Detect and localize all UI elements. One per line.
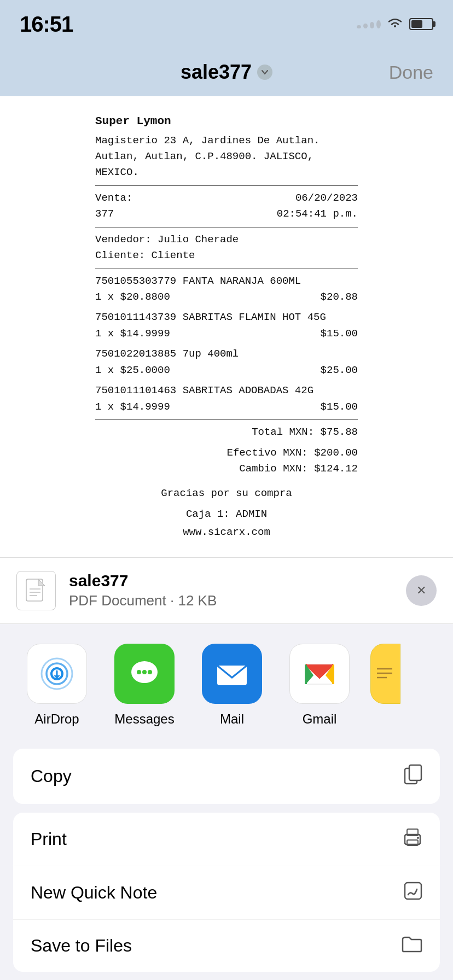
share-app-gmail[interactable]: Gmail [276, 644, 363, 727]
edit-actions[interactable]: Edit Actions... [0, 972, 453, 980]
quick-note-icon [404, 882, 422, 904]
file-thumbnail [16, 571, 56, 610]
item-4-qty: 1 x $14.9999 [95, 399, 170, 415]
signal-icon [357, 20, 381, 28]
title-chevron-icon[interactable] [257, 65, 272, 80]
svg-point-11 [142, 670, 147, 674]
airdrop-label: AirDrop [34, 711, 79, 727]
copy-group: Copy [13, 749, 440, 804]
print-icon [403, 828, 422, 850]
status-time: 16:51 [20, 12, 73, 37]
print-label: Print [31, 829, 67, 849]
gmail-label: Gmail [303, 711, 337, 727]
item-4-price-row: 1 x $14.9999 $15.00 [95, 399, 358, 415]
done-button[interactable]: Done [389, 62, 433, 83]
item-1-qty: 1 x $20.8800 [95, 289, 170, 305]
actions-group: Print New Quick Note [13, 813, 440, 972]
action-list: Copy Print [0, 740, 453, 972]
caja-text: Caja 1: ADMIN [95, 506, 358, 522]
airdrop-icon [27, 644, 87, 704]
item-3-price-row: 1 x $25.0000 $25.00 [95, 363, 358, 378]
file-meta: PDF Document · 12 KB [69, 592, 393, 609]
share-sheet: sale377 PDF Document · 12 KB ✕ AirDrop [0, 558, 453, 980]
cliente: Cliente: Cliente [95, 248, 358, 264]
share-app-airdrop[interactable]: AirDrop [13, 644, 101, 727]
notes-icon [370, 644, 400, 704]
venta-time: 02:54:41 p.m. [277, 206, 358, 222]
item-2-price-row: 1 x $14.9999 $15.00 [95, 326, 358, 342]
svg-point-27 [417, 837, 419, 839]
item-2-price: $15.00 [321, 326, 358, 342]
mail-icon [202, 644, 262, 704]
item-1-price-row: 1 x $20.8800 $20.88 [95, 289, 358, 305]
messages-icon [114, 644, 175, 704]
item-4-barcode: 7501011101463 SABRITAS ADOBADAS 42G [95, 383, 358, 399]
svg-point-12 [148, 670, 152, 674]
quick-note-label: New Quick Note [31, 883, 157, 903]
mail-label: Mail [220, 711, 244, 727]
copy-label: Copy [31, 766, 72, 786]
battery-icon [409, 18, 433, 30]
copy-icon [404, 764, 422, 789]
receipt-content: Super Lymon Magisterio 23 A, Jardines De… [95, 113, 358, 541]
item-2-qty: 1 x $14.9999 [95, 326, 170, 342]
close-button[interactable]: ✕ [406, 575, 437, 606]
address-line3: MEXICO. [95, 165, 358, 180]
header: sale377 Done [0, 48, 453, 96]
print-action[interactable]: Print [13, 813, 440, 866]
efectivo-row: Efectivo MXN: $200.00 Cambio MXN: $124.1… [95, 445, 358, 477]
document-title: sale377 [181, 61, 252, 84]
quick-note-action[interactable]: New Quick Note [13, 866, 440, 920]
address-line2: Autlan, Autlan, C.P.48900. JALISCO, [95, 149, 358, 165]
copy-action[interactable]: Copy [13, 749, 440, 804]
save-files-label: Save to Files [31, 936, 132, 956]
file-row: sale377 PDF Document · 12 KB ✕ [0, 558, 453, 624]
venta-label: Venta: [95, 190, 132, 206]
status-icons [357, 15, 433, 33]
vendedor: Vendedor: Julio Cherade [95, 232, 358, 248]
save-files-action[interactable]: Save to Files [13, 920, 440, 972]
address-line1: Magisterio 23 A, Jardines De Autlan. [95, 133, 358, 149]
share-app-messages[interactable]: Messages [101, 644, 188, 727]
file-name: sale377 [69, 571, 393, 590]
venta-number: 377 [95, 206, 114, 222]
header-title[interactable]: sale377 [181, 61, 272, 84]
item-1-barcode: 7501055303779 FANTA NARANJA 600ML [95, 273, 358, 289]
total-row: Total MXN: $75.88 [95, 424, 358, 440]
item-3-barcode: 7501022013885 7up 400ml [95, 346, 358, 362]
wifi-icon [386, 15, 404, 33]
share-apps-row: AirDrop Messages [0, 624, 453, 740]
svg-point-10 [137, 670, 141, 674]
store-name: Super Lymon [95, 113, 358, 131]
item-4-price: $15.00 [321, 399, 358, 415]
item-2-barcode: 7501011143739 SABRITAS FLAMIN HOT 45G [95, 310, 358, 325]
website-text: www.sicarx.com [95, 524, 358, 540]
folder-icon [402, 935, 422, 956]
item-3-qty: 1 x $25.0000 [95, 363, 170, 378]
gracias-text: Gracias por su compra [95, 486, 358, 501]
pdf-preview: Super Lymon Magisterio 23 A, Jardines De… [0, 96, 453, 558]
gmail-icon [289, 644, 350, 704]
status-bar: 16:51 [0, 0, 453, 48]
share-app-mail[interactable]: Mail [188, 644, 276, 727]
svg-rect-28 [405, 883, 421, 899]
venta-date: 06/20/2023 [295, 190, 358, 206]
item-1-price: $20.88 [321, 289, 358, 305]
svg-rect-23 [409, 765, 421, 780]
item-3-price: $25.00 [321, 363, 358, 378]
file-info: sale377 PDF Document · 12 KB [69, 571, 393, 609]
messages-label: Messages [114, 711, 174, 727]
share-app-notes[interactable] [363, 644, 407, 727]
